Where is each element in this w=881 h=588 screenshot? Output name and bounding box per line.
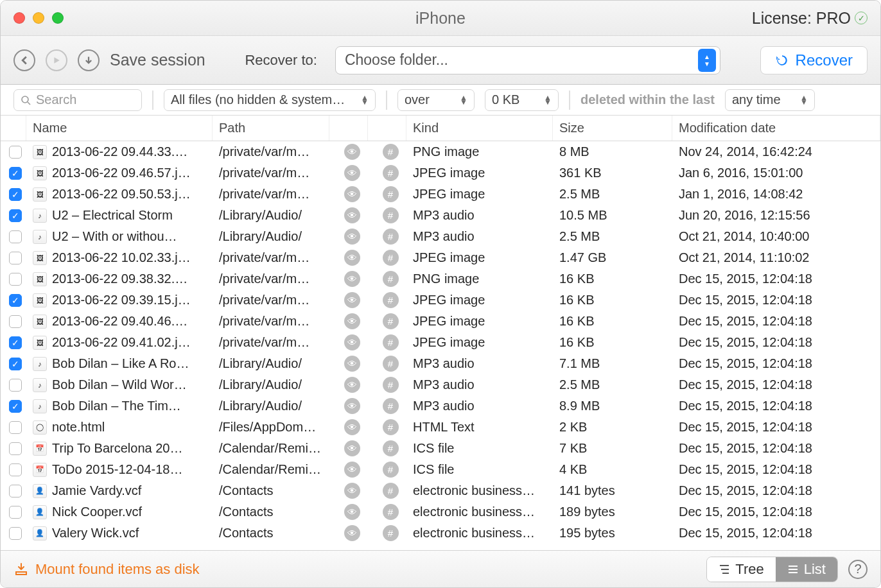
preview-button[interactable]: 👁 — [329, 377, 368, 393]
table-row[interactable]: ✓ ♪ Bob Dilan – The Tim… /Library/Audio/… — [1, 395, 880, 417]
file-name[interactable]: 🖼 2013-06-22 09.39.15.j… — [26, 293, 213, 307]
view-tree-button[interactable]: Tree — [707, 557, 775, 582]
row-checkbox[interactable] — [4, 442, 26, 455]
table-row[interactable]: ◯ note.html /Files/AppDom… 👁 # HTML Text… — [1, 417, 880, 438]
size-op-dropdown[interactable]: over ▲▼ — [397, 89, 475, 111]
file-name[interactable]: 🖼 2013-06-22 09.50.53.j… — [26, 187, 213, 202]
row-checkbox[interactable]: ✓ — [4, 167, 26, 180]
back-button[interactable] — [13, 49, 35, 71]
recover-button[interactable]: Recover — [760, 46, 868, 74]
row-checkbox[interactable] — [4, 252, 26, 264]
preview-button[interactable]: 👁 — [329, 356, 368, 372]
download-button[interactable] — [78, 49, 100, 71]
row-checkbox[interactable]: ✓ — [4, 336, 26, 349]
preview-button[interactable]: 👁 — [329, 271, 368, 287]
table-row[interactable]: ✓ 🖼 2013-06-22 09.50.53.j… /private/var/… — [1, 184, 880, 205]
column-kind[interactable]: Kind — [406, 116, 553, 141]
row-checkbox[interactable] — [4, 527, 26, 540]
file-name[interactable]: 🖼 2013-06-22 10.02.33.j… — [26, 250, 213, 265]
preview-button[interactable]: 👁 — [329, 483, 368, 499]
preview-button[interactable]: 👁 — [329, 525, 368, 541]
row-checkbox[interactable] — [4, 421, 26, 434]
hash-button[interactable]: # — [368, 504, 406, 520]
table-row[interactable]: 🖼 2013-06-22 09.44.33.… /private/var/m… … — [1, 141, 880, 162]
file-name[interactable]: ◯ note.html — [26, 420, 213, 435]
table-row[interactable]: ✓ 🖼 2013-06-22 09.39.15.j… /private/var/… — [1, 290, 880, 311]
hash-button[interactable]: # — [368, 313, 406, 329]
hash-button[interactable]: # — [368, 334, 406, 350]
preview-button[interactable]: 👁 — [329, 207, 368, 223]
hash-button[interactable]: # — [368, 483, 406, 499]
hash-button[interactable]: # — [368, 186, 406, 202]
preview-button[interactable]: 👁 — [329, 313, 368, 329]
table-row[interactable]: 📅 Trip To Barcelona 20… /Calendar/Remi… … — [1, 438, 880, 459]
column-modified[interactable]: Modification date — [672, 116, 880, 141]
row-checkbox[interactable] — [4, 463, 26, 476]
row-checkbox[interactable]: ✓ — [4, 294, 26, 307]
preview-button[interactable]: 👁 — [329, 144, 368, 160]
preview-button[interactable]: 👁 — [329, 462, 368, 478]
file-name[interactable]: 🖼 2013-06-22 09.40.46.… — [26, 314, 213, 329]
column-path[interactable]: Path — [213, 116, 329, 141]
row-checkbox[interactable]: ✓ — [4, 358, 26, 370]
table-row[interactable]: ✓ 🖼 2013-06-22 09.46.57.j… /private/var/… — [1, 162, 880, 184]
file-name[interactable]: 📅 Trip To Barcelona 20… — [26, 441, 213, 456]
table-row[interactable]: 📅 ToDo 2015-12-04-18… /Calendar/Remi… 👁 … — [1, 459, 880, 480]
date-filter-dropdown[interactable]: any time ▲▼ — [725, 89, 815, 111]
row-checkbox[interactable] — [4, 485, 26, 497]
column-size[interactable]: Size — [553, 116, 672, 141]
file-name[interactable]: 👤 Nick Cooper.vcf — [26, 505, 213, 519]
table-row[interactable]: 👤 Jamie Vardy.vcf /Contacts 👁 # electron… — [1, 480, 880, 501]
hash-button[interactable]: # — [368, 356, 406, 372]
row-checkbox[interactable]: ✓ — [4, 209, 26, 222]
license-indicator[interactable]: License: PRO ✓ — [752, 9, 868, 28]
help-button[interactable]: ? — [848, 560, 868, 579]
file-name[interactable]: ♪ Bob Dilan – Like A Ro… — [26, 356, 213, 371]
row-checkbox[interactable] — [4, 146, 26, 159]
hash-button[interactable]: # — [368, 250, 406, 266]
file-filter-dropdown[interactable]: All files (no hidden & system… ▲▼ — [164, 89, 376, 111]
hash-button[interactable]: # — [368, 207, 406, 223]
table-row[interactable]: 🖼 2013-06-22 10.02.33.j… /private/var/m…… — [1, 247, 880, 268]
table-row[interactable]: 👤 Nick Cooper.vcf /Contacts 👁 # electron… — [1, 501, 880, 523]
file-name[interactable]: ♪ U2 – With or withou… — [26, 229, 213, 244]
hash-button[interactable]: # — [368, 398, 406, 414]
preview-button[interactable]: 👁 — [329, 419, 368, 435]
play-button[interactable] — [46, 49, 67, 71]
table-row[interactable]: ♪ Bob Dilan – Wild Wor… /Library/Audio/ … — [1, 374, 880, 395]
file-name[interactable]: 👤 Valery Wick.vcf — [26, 526, 213, 540]
hash-button[interactable]: # — [368, 144, 406, 160]
table-row[interactable]: 👤 Valery Wick.vcf /Contacts 👁 # electron… — [1, 523, 880, 544]
table-row[interactable]: ✓ 🖼 2013-06-22 09.41.02.j… /private/var/… — [1, 332, 880, 353]
hash-button[interactable]: # — [368, 165, 406, 181]
preview-button[interactable]: 👁 — [329, 229, 368, 245]
hash-button[interactable]: # — [368, 292, 406, 308]
file-name[interactable]: 📅 ToDo 2015-12-04-18… — [26, 462, 213, 477]
row-checkbox[interactable]: ✓ — [4, 400, 26, 413]
file-name[interactable]: 🖼 2013-06-22 09.38.32.… — [26, 272, 213, 286]
mount-button[interactable]: Mount found items as disk — [13, 561, 200, 578]
file-name[interactable]: ♪ U2 – Electrical Storm — [26, 208, 213, 223]
file-name[interactable]: 🖼 2013-06-22 09.46.57.j… — [26, 166, 213, 180]
row-checkbox[interactable] — [4, 230, 26, 243]
preview-button[interactable]: 👁 — [329, 440, 368, 456]
row-checkbox[interactable]: ✓ — [4, 188, 26, 201]
column-name[interactable]: Name — [26, 116, 213, 141]
hash-button[interactable]: # — [368, 229, 406, 245]
file-name[interactable]: 👤 Jamie Vardy.vcf — [26, 483, 213, 498]
size-value-dropdown[interactable]: 0 KB ▲▼ — [485, 89, 559, 111]
hash-button[interactable]: # — [368, 419, 406, 435]
hash-button[interactable]: # — [368, 271, 406, 287]
preview-button[interactable]: 👁 — [329, 250, 368, 266]
file-name[interactable]: ♪ Bob Dilan – The Tim… — [26, 399, 213, 413]
preview-button[interactable]: 👁 — [329, 504, 368, 520]
row-checkbox[interactable] — [4, 506, 26, 519]
preview-button[interactable]: 👁 — [329, 398, 368, 414]
preview-button[interactable]: 👁 — [329, 165, 368, 181]
preview-button[interactable]: 👁 — [329, 186, 368, 202]
row-checkbox[interactable] — [4, 379, 26, 392]
table-row[interactable]: ✓ ♪ Bob Dilan – Like A Ro… /Library/Audi… — [1, 353, 880, 374]
table-row[interactable]: 🖼 2013-06-22 09.38.32.… /private/var/m… … — [1, 268, 880, 290]
hash-button[interactable]: # — [368, 525, 406, 541]
file-name[interactable]: 🖼 2013-06-22 09.41.02.j… — [26, 335, 213, 350]
